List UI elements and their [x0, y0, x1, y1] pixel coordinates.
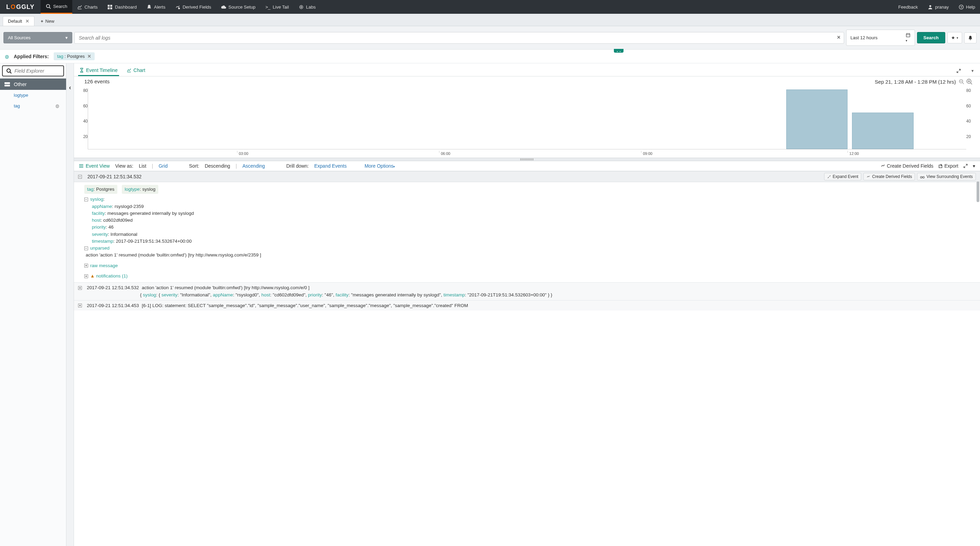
chip-value: syslog — [142, 186, 155, 192]
sidebar-item-logtype[interactable]: logtype — [0, 90, 66, 100]
nav-label: Alerts — [154, 5, 165, 10]
expand-events-button[interactable]: Expand Events — [314, 163, 347, 169]
event-tag-chip[interactable]: logtype: syslog — [122, 185, 158, 194]
view-surrounding-button[interactable]: View Surrounding Events — [917, 173, 976, 180]
search-button[interactable]: Search — [917, 32, 945, 43]
notifications-button[interactable] — [964, 32, 977, 43]
event-row-collapsed[interactable]: + 2017-09-21 12:51:34.532 action 'action… — [74, 282, 980, 300]
tab-event-timeline[interactable]: Event Timeline — [78, 65, 119, 76]
star-icon: ★ — [951, 35, 955, 40]
create-derived-fields-button[interactable]: Create Derived Fields — [863, 173, 915, 180]
nav-charts[interactable]: Charts — [72, 0, 103, 14]
section-label[interactable]: unparsed — [90, 245, 110, 251]
user-icon — [928, 4, 933, 10]
search-bar: All Sources ▾ ✕ Last 12 hours ▾ Search ★… — [0, 26, 980, 49]
scrollbar-thumb[interactable] — [977, 181, 979, 202]
event-tag-chip[interactable]: tag: Postgres — [84, 185, 117, 194]
filter-toggle-icon[interactable]: ◍ — [5, 54, 9, 59]
zoom-in-icon[interactable] — [966, 78, 972, 85]
nav-search[interactable]: Search — [41, 0, 72, 14]
search-input-wrap: ✕ — [74, 32, 844, 44]
event-view-button[interactable]: Event View — [79, 163, 110, 169]
view-list-option[interactable]: List — [139, 163, 146, 169]
svg-point-18 — [7, 69, 10, 72]
search-icon — [6, 68, 12, 74]
search-input[interactable] — [74, 32, 844, 44]
svg-line-38 — [827, 177, 829, 178]
field-explorer-input[interactable] — [14, 68, 60, 74]
tab-chart[interactable]: Chart — [125, 65, 146, 76]
events-menu-button[interactable]: ▾ — [973, 163, 975, 169]
sort-descending[interactable]: Descending — [205, 163, 230, 169]
nav-feedback[interactable]: Feedback — [893, 0, 923, 14]
source-select[interactable]: All Sources ▾ — [3, 32, 72, 43]
svg-point-7 — [178, 8, 180, 9]
event-row-header[interactable]: − 2017-09-21 12:51:34.532 Expand Event C… — [74, 171, 980, 182]
close-icon[interactable]: ✕ — [25, 19, 29, 24]
nav-user[interactable]: pranay — [923, 0, 954, 14]
collapse-icon[interactable]: − — [84, 247, 88, 250]
sidebar-header-other[interactable]: Other — [0, 78, 66, 90]
event-count: 126 events — [84, 78, 110, 85]
filter-chip[interactable]: tag : Postgres ✕ — [54, 53, 95, 60]
main: Other logtype tag ◍ ‹ Event Timeline Cha… — [0, 63, 980, 546]
sidebar-item-tag[interactable]: tag ◍ — [0, 100, 66, 111]
favorite-button[interactable]: ★▾ — [947, 32, 962, 43]
tab-default[interactable]: Default ✕ — [3, 16, 34, 26]
action-label: Expand Event — [833, 174, 859, 179]
source-label: All Sources — [8, 35, 30, 40]
expand-icon[interactable]: + — [78, 286, 82, 290]
section-label[interactable]: syslog — [90, 197, 103, 202]
more-options-button[interactable]: More Options▾ — [364, 163, 395, 169]
tab-new[interactable]: + New — [36, 16, 59, 26]
nav-alerts[interactable]: Alerts — [142, 0, 170, 14]
nav-live-tail[interactable]: >_ Live Tail — [261, 0, 294, 14]
sidebar-item-label: logtype — [14, 92, 28, 98]
splitter-handle[interactable] — [74, 158, 980, 161]
expand-search-handle[interactable]: ⌄⌄ — [614, 49, 624, 53]
create-derived-fields-button[interactable]: Create Derived Fields — [881, 163, 933, 169]
expand-icon[interactable]: + — [78, 304, 82, 307]
expand-events-pane[interactable] — [963, 164, 968, 168]
toolbar-label: Create Derived Fields — [887, 163, 933, 169]
nav-source-setup[interactable]: Source Setup — [216, 0, 261, 14]
expand-event-button[interactable]: Expand Event — [824, 173, 862, 180]
collapse-icon[interactable]: − — [84, 197, 88, 201]
tab-label: Default — [8, 19, 22, 24]
clear-search-icon[interactable]: ✕ — [837, 35, 841, 40]
expand-icon[interactable]: + — [84, 264, 88, 267]
expand-timeline-button[interactable] — [954, 67, 963, 75]
chart-plot — [88, 88, 966, 150]
filters-label: Applied Filters: — [14, 54, 49, 59]
sidebar-collapse-handle[interactable]: ‹ — [67, 63, 74, 546]
sidebar-header-label: Other — [14, 81, 27, 87]
notifications-link[interactable]: notifications (1) — [96, 273, 128, 279]
remove-filter-icon[interactable]: ✕ — [88, 54, 91, 59]
svg-rect-4 — [110, 5, 113, 6]
sort-ascending[interactable]: Ascending — [243, 163, 265, 169]
svg-text:?: ? — [960, 5, 962, 9]
event-toolbar: Event View View as: List | Grid Sort: De… — [74, 161, 980, 171]
nav-label: Source Setup — [229, 5, 256, 10]
nav-derived-fields[interactable]: Derived Fields — [170, 0, 216, 14]
nav-dashboard[interactable]: Dashboard — [103, 0, 142, 14]
zoom-out-icon[interactable] — [959, 79, 964, 84]
event-row-collapsed[interactable]: + 2017-09-21 12:51:34.453 [6-1] LOG: sta… — [74, 300, 980, 310]
nav-help[interactable]: ? Help — [953, 0, 980, 14]
view-grid-option[interactable]: Grid — [159, 163, 167, 169]
timeline-menu-button[interactable]: ▾ — [969, 67, 976, 75]
chart-bar[interactable] — [786, 89, 848, 149]
svg-point-0 — [46, 5, 49, 8]
section-label[interactable]: raw message — [90, 263, 118, 268]
event-timestamp: 2017-09-21 12:51:34.532 — [88, 174, 142, 179]
collapse-icon[interactable]: − — [78, 175, 82, 179]
timeline-chart[interactable]: 80604020 80604020 03:00 06:00 09:00 12:0… — [74, 85, 980, 158]
nav-labs[interactable]: Labs — [294, 0, 320, 14]
export-button[interactable]: Export — [939, 163, 958, 169]
time-range-select[interactable]: Last 12 hours ▾ — [846, 30, 915, 46]
svg-line-1 — [49, 7, 51, 9]
field-explorer-search[interactable] — [2, 65, 64, 76]
svg-rect-13 — [906, 34, 910, 37]
expand-icon[interactable]: + — [84, 274, 88, 278]
chart-bar[interactable] — [852, 113, 913, 149]
